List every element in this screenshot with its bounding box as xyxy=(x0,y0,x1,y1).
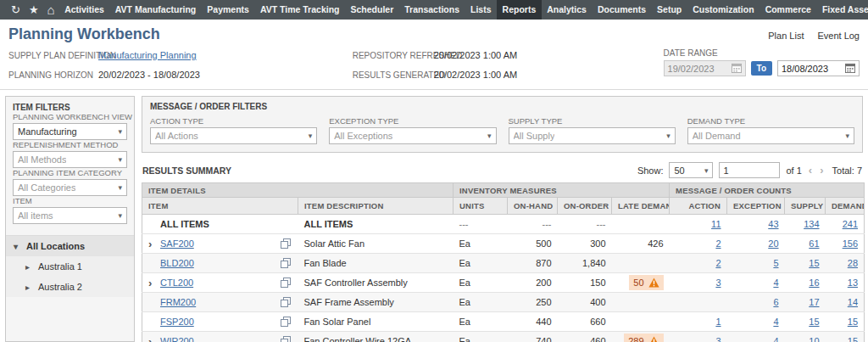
item-link[interactable]: FRM200 xyxy=(160,297,196,307)
action-count-link[interactable]: 3 xyxy=(715,278,721,288)
tree-expand-icon[interactable]: ▸ xyxy=(25,283,33,292)
supply-count-link[interactable]: 61 xyxy=(809,238,819,249)
action-count-link[interactable]: 3 xyxy=(715,336,721,342)
locations-tree: ▾ All Locations ▸ Australia 1 ▸ Australi… xyxy=(6,235,134,297)
col-header-on-hand[interactable]: ON-HAND xyxy=(508,198,558,215)
page-of-label: of 1 xyxy=(786,165,801,176)
tree-node-all-locations[interactable]: ▾ All Locations xyxy=(6,236,134,256)
demand-count-link[interactable]: 15 xyxy=(848,336,858,342)
nav-item-payments[interactable]: Payments xyxy=(202,0,255,20)
col-header-on-order[interactable]: ON-ORDER xyxy=(558,198,612,215)
demand-count-link[interactable]: 241 xyxy=(843,219,858,229)
tree-node-australia-2[interactable]: ▸ Australia 2 xyxy=(6,277,134,297)
demand-count-link[interactable]: 14 xyxy=(848,297,858,307)
nav-item-customization[interactable]: Customization xyxy=(687,0,760,20)
nav-item-reports[interactable]: Reports xyxy=(497,0,542,20)
supply-count-link[interactable]: 16 xyxy=(809,278,819,288)
replenishment-method-select[interactable]: All Methods ▾ xyxy=(13,151,127,168)
supply-plan-definition-link[interactable]: Manufacturing Planning xyxy=(98,50,197,60)
action-count-link[interactable]: 2 xyxy=(715,258,721,268)
group-header-inventory-measures: INVENTORY MEASURES xyxy=(453,183,670,198)
event-log-link[interactable]: Event Log xyxy=(817,31,860,41)
nav-item-scheduler[interactable]: Scheduler xyxy=(345,0,399,20)
copy-icon[interactable] xyxy=(281,317,292,327)
planning-item-category-select[interactable]: All Categories ▾ xyxy=(13,179,127,196)
item-link[interactable]: BLD200 xyxy=(160,258,194,268)
copy-icon[interactable] xyxy=(281,258,292,268)
expand-chevron-icon[interactable]: › xyxy=(148,278,156,289)
col-header-supply[interactable]: SUPPLY xyxy=(785,198,826,215)
nav-item-transactions[interactable]: Transactions xyxy=(399,0,465,20)
col-header-late-demand[interactable]: LATE DEMAND xyxy=(612,198,670,215)
tree-node-australia-1[interactable]: ▸ Australia 1 xyxy=(6,256,134,277)
calendar-icon[interactable] xyxy=(732,63,742,75)
date-from-value: 19/02/2023 xyxy=(668,64,715,74)
exception-count-link[interactable]: 6 xyxy=(773,297,778,307)
nav-item-fixed-assets[interactable]: Fixed Assets xyxy=(816,0,868,20)
exception-count-link[interactable]: 4 xyxy=(773,336,778,342)
copy-icon[interactable] xyxy=(281,336,292,342)
plan-list-link[interactable]: Plan List xyxy=(768,31,804,41)
supply-count-link[interactable]: 10 xyxy=(809,336,819,342)
item-link[interactable]: CTL200 xyxy=(160,278,193,288)
item-link[interactable]: WIR200 xyxy=(160,336,194,342)
exception-count-link[interactable]: 4 xyxy=(773,278,778,288)
prev-page-icon[interactable]: ‹ xyxy=(808,164,813,177)
demand-count-link[interactable]: 13 xyxy=(848,278,858,288)
action-type-select[interactable]: All Actions ▾ xyxy=(150,127,317,144)
nav-item-commerce[interactable]: Commerce xyxy=(760,0,816,20)
exception-type-select[interactable]: All Exceptions ▾ xyxy=(329,127,496,144)
shortcuts-star-icon[interactable]: ★ xyxy=(25,0,43,20)
date-from-input[interactable]: 19/02/2023 xyxy=(664,60,746,76)
exception-count-link[interactable]: 43 xyxy=(768,219,778,229)
tree-expand-icon[interactable]: ▸ xyxy=(25,262,33,272)
item-filter-select[interactable]: All items ▾ xyxy=(13,207,127,224)
expand-chevron-icon[interactable]: › xyxy=(148,336,156,342)
next-page-icon[interactable]: › xyxy=(819,164,824,177)
nav-item-lists[interactable]: Lists xyxy=(465,0,498,20)
demand-count-link[interactable]: 28 xyxy=(848,258,858,268)
page-size-select[interactable]: 50 ▾ xyxy=(669,162,713,178)
supply-count-link[interactable]: 15 xyxy=(809,317,819,327)
demand-count-link[interactable]: 156 xyxy=(843,238,858,249)
date-to-input[interactable]: 18/08/2023 xyxy=(777,60,860,76)
col-header-demand[interactable]: DEMAND xyxy=(826,198,865,215)
col-header-exception[interactable]: EXCEPTION xyxy=(727,198,785,215)
planning-workbench-view-select[interactable]: Manufacturing ▾ xyxy=(13,123,127,140)
expand-chevron-icon[interactable]: › xyxy=(148,238,156,249)
top-navbar: ↻ ★ ⌂ Activities AVT Manufacturing Payme… xyxy=(0,0,868,20)
demand-count-link[interactable]: 15 xyxy=(848,317,858,327)
nav-item-analytics[interactable]: Analytics xyxy=(542,0,593,20)
item-link[interactable]: SAF200 xyxy=(160,238,194,249)
nav-item-documents[interactable]: Documents xyxy=(592,0,651,20)
supply-count-link[interactable]: 17 xyxy=(809,297,819,307)
action-count-link[interactable]: 11 xyxy=(711,219,721,229)
copy-icon[interactable] xyxy=(281,278,292,288)
nav-item-avt-time-tracking[interactable]: AVT Time Tracking xyxy=(254,0,345,20)
exception-count-link[interactable]: 20 xyxy=(768,238,778,249)
page-number-input[interactable] xyxy=(719,162,780,178)
col-header-item[interactable]: ITEM xyxy=(142,198,298,215)
home-icon[interactable]: ⌂ xyxy=(43,0,59,20)
copy-icon[interactable] xyxy=(281,238,292,249)
copy-icon[interactable] xyxy=(281,297,292,307)
col-header-item-description[interactable]: ITEM DESCRIPTION xyxy=(298,198,453,215)
exception-count-link[interactable]: 4 xyxy=(773,317,778,327)
col-header-units[interactable]: UNITS xyxy=(453,198,508,215)
supply-type-select[interactable]: All Supply ▾ xyxy=(509,127,676,144)
demand-type-select[interactable]: All Demand ▾ xyxy=(687,127,854,144)
recent-records-icon[interactable]: ↻ xyxy=(7,0,25,20)
col-header-action[interactable]: ACTION xyxy=(670,198,727,215)
exception-count-link[interactable]: 5 xyxy=(773,258,778,268)
date-range-to-badge[interactable]: To xyxy=(751,61,772,76)
nav-item-avt-manufacturing[interactable]: AVT Manufacturing xyxy=(109,0,201,20)
tree-collapse-icon[interactable]: ▾ xyxy=(14,242,21,251)
calendar-icon[interactable] xyxy=(845,63,855,75)
action-count-link[interactable]: 1 xyxy=(715,317,721,327)
supply-count-link[interactable]: 15 xyxy=(809,258,819,268)
action-count-link[interactable]: 2 xyxy=(715,238,721,249)
item-link[interactable]: FSP200 xyxy=(160,317,194,327)
nav-item-activities[interactable]: Activities xyxy=(59,0,110,20)
supply-count-link[interactable]: 134 xyxy=(804,219,819,229)
nav-item-setup[interactable]: Setup xyxy=(652,0,687,20)
